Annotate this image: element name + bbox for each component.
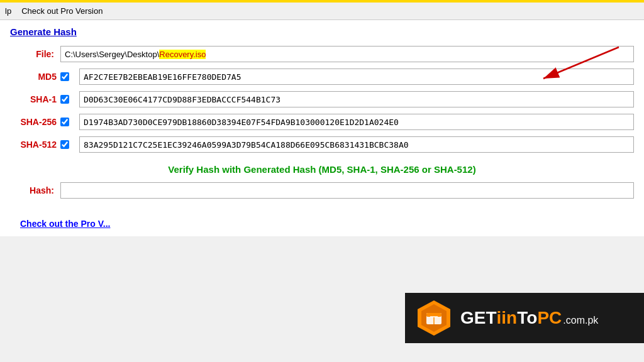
- watermark: GET iin To PC .com.pk: [405, 293, 644, 343]
- bottom-section: Check out the Pro V...: [0, 211, 644, 236]
- sha512-checkbox[interactable]: [60, 140, 69, 149]
- verify-title: Verify Hash with Generated Hash (MD5, SH…: [10, 164, 634, 175]
- file-path-highlight: Recovery.iso: [159, 50, 206, 59]
- hash-label: Hash:: [10, 185, 60, 195]
- sha1-checkbox[interactable]: [60, 95, 69, 104]
- md5-checkbox-container: [60, 72, 79, 81]
- md5-row: MD5 AF2C7EE7B2EBEAB19E16FFE780DED7A5: [10, 69, 634, 85]
- get-text: GET: [460, 308, 497, 328]
- sha512-checkbox-container: [60, 140, 79, 149]
- sha256-label: SHA-256: [10, 117, 60, 127]
- iin-text: iin: [497, 308, 518, 328]
- file-label: File:: [10, 49, 60, 59]
- section-title: Generate Hash: [10, 26, 634, 37]
- hash-input[interactable]: [60, 182, 634, 199]
- sha512-row: SHA-512 83A295D121C7C25E1EC39246A0599A3D…: [10, 136, 634, 153]
- file-path-normal: C:\Users\Sergey\Desktop\: [65, 50, 159, 59]
- md5-label: MD5: [10, 72, 60, 82]
- watermark-logo: [415, 299, 453, 337]
- domain-text: .com.pk: [563, 315, 598, 326]
- main-content: Generate Hash File: C:\Users\Sergey\Desk…: [0, 20, 644, 211]
- hexagon-logo: [415, 299, 453, 337]
- bottom-pro-link[interactable]: Check out the Pro V...: [10, 214, 120, 234]
- menu-pro[interactable]: Check out Pro Version: [21, 6, 103, 16]
- sha256-checkbox-container: [60, 118, 79, 126]
- pc-text: PC: [537, 308, 562, 328]
- sha512-value[interactable]: 83A295D121C7C25E1EC39246A0599A3D79B54CA1…: [79, 136, 634, 153]
- file-row: File: C:\Users\Sergey\Desktop\Recovery.i…: [10, 46, 634, 62]
- sha512-label: SHA-512: [10, 140, 60, 150]
- sha1-value[interactable]: D0D63C30E06C4177CD9D88F3EDBACCCF544B1C73: [79, 91, 634, 107]
- to-text: To: [517, 308, 537, 328]
- watermark-text: GET iin To PC .com.pk: [460, 308, 598, 328]
- sha256-checkbox[interactable]: [60, 118, 69, 126]
- sha1-row: SHA-1 D0D63C30E06C4177CD9D88F3EDBACCCF54…: [10, 91, 634, 107]
- sha256-row: SHA-256 D1974B3AD730D0CE979DB18860D38394…: [10, 114, 634, 130]
- md5-checkbox[interactable]: [60, 72, 69, 81]
- menu-bar: lp Check out Pro Version: [0, 3, 644, 20]
- menu-help[interactable]: lp: [5, 6, 11, 16]
- sha1-label: SHA-1: [10, 94, 60, 104]
- sha256-value[interactable]: D1974B3AD730D0CE979DB18860D38394E07F54FD…: [79, 114, 634, 130]
- hash-row: Hash:: [10, 182, 634, 199]
- sha1-checkbox-container: [60, 95, 79, 104]
- file-display: C:\Users\Sergey\Desktop\Recovery.iso: [60, 46, 634, 62]
- md5-value[interactable]: AF2C7EE7B2EBEAB19E16FFE780DED7A5: [79, 69, 634, 85]
- verify-section: Verify Hash with Generated Hash (MD5, SH…: [10, 164, 634, 199]
